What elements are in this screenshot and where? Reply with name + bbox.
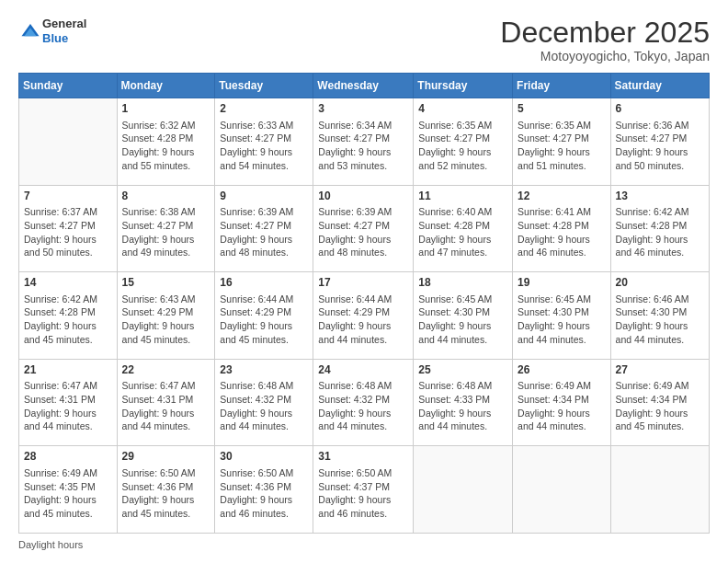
calendar-cell: 8Sunrise: 6:38 AMSunset: 4:27 PMDaylight… (117, 185, 215, 272)
day-info: Sunrise: 6:48 AMSunset: 4:33 PMDaylight:… (418, 379, 507, 433)
header-day-wednesday: Wednesday (313, 74, 414, 98)
day-info: Sunrise: 6:45 AMSunset: 4:30 PMDaylight:… (518, 293, 606, 347)
calendar-cell (513, 446, 611, 534)
logo-text: General Blue (42, 17, 86, 45)
calendar-cell: 30Sunrise: 6:50 AMSunset: 4:36 PMDayligh… (215, 446, 313, 534)
calendar-cell: 5Sunrise: 6:35 AMSunset: 4:27 PMDaylight… (513, 98, 611, 186)
day-info: Sunrise: 6:43 AMSunset: 4:29 PMDaylight:… (122, 293, 210, 347)
day-info: Sunrise: 6:40 AMSunset: 4:28 PMDaylight:… (418, 205, 507, 259)
page: General Blue December 2025 Motoyoyogicho… (0, 0, 728, 563)
header-row: SundayMondayTuesdayWednesdayThursdayFrid… (19, 74, 710, 98)
header-day-monday: Monday (117, 74, 215, 98)
day-info: Sunrise: 6:38 AMSunset: 4:27 PMDaylight:… (122, 205, 210, 259)
day-number: 29 (122, 449, 210, 465)
calendar-cell: 26Sunrise: 6:49 AMSunset: 4:34 PMDayligh… (513, 359, 611, 446)
day-number: 30 (220, 449, 308, 465)
day-info: Sunrise: 6:42 AMSunset: 4:28 PMDaylight:… (24, 293, 112, 347)
day-info: Sunrise: 6:44 AMSunset: 4:29 PMDaylight:… (220, 293, 308, 347)
day-info: Sunrise: 6:39 AMSunset: 4:27 PMDaylight:… (220, 205, 308, 259)
calendar-cell: 23Sunrise: 6:48 AMSunset: 4:32 PMDayligh… (215, 359, 313, 446)
calendar-cell: 17Sunrise: 6:44 AMSunset: 4:29 PMDayligh… (313, 272, 414, 360)
header-day-thursday: Thursday (414, 74, 513, 98)
calendar-cell: 24Sunrise: 6:48 AMSunset: 4:32 PMDayligh… (313, 359, 414, 446)
day-number: 7 (24, 189, 112, 204)
day-number: 2 (220, 101, 308, 117)
day-info: Sunrise: 6:42 AMSunset: 4:28 PMDaylight:… (616, 205, 704, 259)
day-info: Sunrise: 6:35 AMSunset: 4:27 PMDaylight:… (418, 119, 507, 173)
day-info: Sunrise: 6:33 AMSunset: 4:27 PMDaylight:… (220, 119, 308, 173)
day-info: Sunrise: 6:47 AMSunset: 4:31 PMDaylight:… (122, 379, 210, 433)
week-row-4: 28Sunrise: 6:49 AMSunset: 4:35 PMDayligh… (19, 446, 710, 534)
day-number: 13 (616, 189, 704, 204)
day-info: Sunrise: 6:41 AMSunset: 4:28 PMDaylight:… (518, 205, 606, 259)
calendar-cell: 18Sunrise: 6:45 AMSunset: 4:30 PMDayligh… (414, 272, 513, 360)
calendar-cell: 27Sunrise: 6:49 AMSunset: 4:34 PMDayligh… (610, 359, 709, 446)
calendar-cell: 25Sunrise: 6:48 AMSunset: 4:33 PMDayligh… (414, 359, 513, 446)
day-number: 16 (220, 275, 308, 291)
week-row-0: 1Sunrise: 6:32 AMSunset: 4:28 PMDaylight… (19, 98, 710, 186)
day-number: 17 (318, 275, 408, 291)
calendar-cell: 13Sunrise: 6:42 AMSunset: 4:28 PMDayligh… (610, 185, 709, 272)
calendar-cell: 16Sunrise: 6:44 AMSunset: 4:29 PMDayligh… (215, 272, 313, 360)
title-block: December 2025 Motoyoyogicho, Tokyo, Japa… (500, 17, 710, 63)
calendar-cell: 6Sunrise: 6:36 AMSunset: 4:27 PMDaylight… (610, 98, 709, 186)
calendar-cell: 10Sunrise: 6:39 AMSunset: 4:27 PMDayligh… (313, 185, 414, 272)
day-info: Sunrise: 6:49 AMSunset: 4:34 PMDaylight:… (518, 379, 606, 433)
calendar-cell: 2Sunrise: 6:33 AMSunset: 4:27 PMDaylight… (215, 98, 313, 186)
day-number: 26 (518, 362, 606, 378)
calendar-cell: 29Sunrise: 6:50 AMSunset: 4:36 PMDayligh… (117, 446, 215, 534)
day-number: 19 (518, 275, 606, 291)
day-number: 27 (616, 362, 704, 378)
header: General Blue December 2025 Motoyoyogicho… (18, 17, 710, 63)
day-info: Sunrise: 6:50 AMSunset: 4:37 PMDaylight:… (318, 466, 408, 521)
day-number: 23 (220, 362, 308, 378)
day-info: Sunrise: 6:49 AMSunset: 4:35 PMDaylight:… (24, 466, 112, 521)
day-number: 9 (220, 189, 308, 204)
calendar-cell: 4Sunrise: 6:35 AMSunset: 4:27 PMDaylight… (414, 98, 513, 186)
logo-icon (20, 21, 40, 41)
day-number: 6 (616, 101, 704, 117)
header-day-saturday: Saturday (610, 74, 709, 98)
calendar-cell: 14Sunrise: 6:42 AMSunset: 4:28 PMDayligh… (19, 272, 118, 360)
calendar-cell: 3Sunrise: 6:34 AMSunset: 4:27 PMDaylight… (313, 98, 414, 186)
calendar-cell: 1Sunrise: 6:32 AMSunset: 4:28 PMDaylight… (117, 98, 215, 186)
day-number: 11 (418, 189, 507, 204)
day-info: Sunrise: 6:48 AMSunset: 4:32 PMDaylight:… (220, 379, 308, 433)
month-title: December 2025 (500, 17, 710, 49)
day-number: 31 (318, 449, 408, 465)
day-number: 5 (518, 101, 606, 117)
day-info: Sunrise: 6:35 AMSunset: 4:27 PMDaylight:… (518, 119, 606, 173)
day-number: 24 (318, 362, 408, 378)
day-number: 12 (518, 189, 606, 204)
week-row-1: 7Sunrise: 6:37 AMSunset: 4:27 PMDaylight… (19, 185, 710, 272)
calendar-cell (414, 446, 513, 534)
calendar-cell: 20Sunrise: 6:46 AMSunset: 4:30 PMDayligh… (610, 272, 709, 360)
footer: Daylight hours (18, 539, 710, 550)
day-info: Sunrise: 6:44 AMSunset: 4:29 PMDaylight:… (318, 293, 408, 347)
day-number: 22 (122, 362, 210, 378)
day-number: 15 (122, 275, 210, 291)
calendar-cell: 12Sunrise: 6:41 AMSunset: 4:28 PMDayligh… (513, 185, 611, 272)
calendar-cell: 31Sunrise: 6:50 AMSunset: 4:37 PMDayligh… (313, 446, 414, 534)
day-number: 3 (318, 101, 408, 117)
calendar-cell (19, 98, 118, 186)
header-day-sunday: Sunday (19, 74, 118, 98)
day-info: Sunrise: 6:49 AMSunset: 4:34 PMDaylight:… (616, 379, 704, 433)
day-number: 8 (122, 189, 210, 204)
day-number: 1 (122, 101, 210, 117)
calendar-cell: 7Sunrise: 6:37 AMSunset: 4:27 PMDaylight… (19, 185, 118, 272)
day-number: 21 (24, 362, 112, 378)
day-info: Sunrise: 6:37 AMSunset: 4:27 PMDaylight:… (24, 205, 112, 259)
day-info: Sunrise: 6:36 AMSunset: 4:27 PMDaylight:… (616, 119, 704, 173)
day-number: 28 (24, 449, 112, 465)
logo: General Blue (18, 17, 86, 45)
day-number: 25 (418, 362, 507, 378)
daylight-label: Daylight hours (18, 539, 83, 550)
calendar-cell: 21Sunrise: 6:47 AMSunset: 4:31 PMDayligh… (19, 359, 118, 446)
day-info: Sunrise: 6:50 AMSunset: 4:36 PMDaylight:… (122, 466, 210, 521)
header-day-tuesday: Tuesday (215, 74, 313, 98)
day-number: 18 (418, 275, 507, 291)
calendar-cell: 15Sunrise: 6:43 AMSunset: 4:29 PMDayligh… (117, 272, 215, 360)
week-row-3: 21Sunrise: 6:47 AMSunset: 4:31 PMDayligh… (19, 359, 710, 446)
day-info: Sunrise: 6:46 AMSunset: 4:30 PMDaylight:… (616, 293, 704, 347)
